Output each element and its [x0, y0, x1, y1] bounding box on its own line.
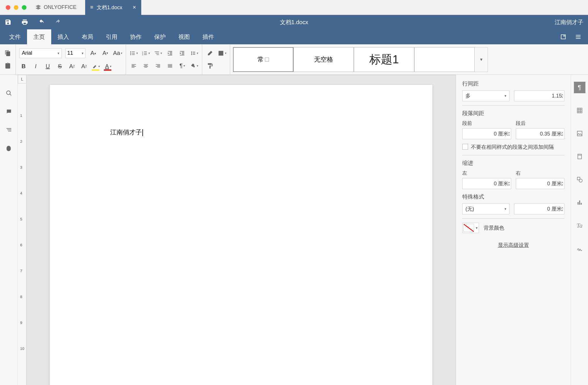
bgcolor-label: 背景颜色: [484, 224, 504, 231]
redo-icon[interactable]: [55, 19, 62, 26]
chart-settings-icon[interactable]: [574, 197, 585, 208]
feedback-icon[interactable]: [5, 144, 13, 153]
font-color-icon[interactable]: A: [104, 62, 112, 71]
strike-icon[interactable]: S: [56, 62, 64, 71]
header-title: 文档1.docx: [280, 18, 308, 26]
align-center-icon[interactable]: [142, 62, 150, 70]
eraser-icon[interactable]: [206, 49, 214, 58]
spacing-before[interactable]: 0 厘米▴▾: [462, 128, 511, 139]
menu-file[interactable]: 文件: [3, 29, 27, 44]
document-text: 江南俏才子: [110, 129, 142, 136]
special-value[interactable]: 0 厘米▴▾: [514, 203, 564, 214]
undo-icon[interactable]: [38, 19, 45, 26]
format-painter-icon[interactable]: [206, 62, 214, 70]
menu-plugins[interactable]: 插件: [196, 29, 220, 44]
menubar: 文件 主页 插入 布局 引用 协作 保护 视图 插件: [0, 29, 588, 44]
advanced-settings-link[interactable]: 显示高级设置: [462, 242, 564, 249]
close-window-icon[interactable]: [6, 5, 10, 10]
subscript-icon[interactable]: A2: [80, 62, 88, 71]
headings-icon[interactable]: [5, 126, 13, 134]
page[interactable]: 江南俏才子: [50, 85, 432, 385]
style-more[interactable]: [414, 47, 475, 72]
style-normal[interactable]: 常: [233, 47, 293, 72]
after-label: 段后: [516, 120, 565, 127]
search-icon[interactable]: [5, 89, 13, 97]
open-location-icon[interactable]: [560, 33, 567, 40]
menu-references[interactable]: 引用: [100, 29, 124, 44]
dec-indent-icon[interactable]: [166, 49, 174, 58]
clear-format-icon[interactable]: [218, 49, 226, 58]
svg-point-2: [130, 53, 131, 54]
svg-rect-13: [156, 53, 159, 54]
align-left-icon[interactable]: [129, 62, 138, 70]
more-icon[interactable]: [575, 33, 582, 40]
font-size-select[interactable]: 11▾: [65, 48, 85, 58]
paragraph-settings-icon[interactable]: ¶: [574, 82, 585, 93]
align-right-icon[interactable]: [154, 62, 162, 70]
menu-collab[interactable]: 协作: [124, 29, 148, 44]
line-spacing-mode[interactable]: 多▾: [462, 90, 509, 101]
menu-home[interactable]: 主页: [27, 29, 51, 44]
highlight-icon[interactable]: [92, 62, 100, 71]
app-name: ONLYOFFICE: [44, 4, 77, 10]
shape-settings-icon[interactable]: [574, 174, 585, 185]
image-settings-icon[interactable]: [574, 128, 585, 139]
italic-icon[interactable]: I: [31, 62, 40, 71]
shading-icon[interactable]: [190, 62, 198, 70]
horizontal-ruler[interactable]: 2···1······1···2···3···4···5···6···7···8…: [26, 75, 456, 75]
signature-icon[interactable]: [574, 243, 585, 254]
indent-left-label: 左: [462, 170, 511, 176]
vertical-ruler[interactable]: 12345678910: [18, 75, 26, 385]
svg-point-19: [579, 179, 582, 182]
spacing-after[interactable]: 0.35 厘米▴▾: [516, 128, 565, 139]
header-footer-icon[interactable]: [574, 151, 585, 162]
copy-icon[interactable]: [3, 49, 12, 58]
dec-font-icon[interactable]: A▾: [101, 49, 110, 58]
save-icon[interactable]: [5, 19, 12, 26]
svg-rect-1: [132, 52, 135, 52]
print-icon[interactable]: [21, 19, 28, 26]
comments-icon[interactable]: [5, 108, 13, 116]
svg-point-0: [130, 51, 131, 52]
svg-point-4: [130, 54, 131, 55]
line-spacing-icon[interactable]: [190, 49, 198, 58]
multilevel-icon[interactable]: [154, 49, 162, 58]
style-heading1[interactable]: 标题1: [354, 47, 414, 72]
underline-icon[interactable]: U: [43, 62, 52, 71]
textart-settings-icon[interactable]: Ta: [574, 220, 585, 231]
minimize-window-icon[interactable]: [14, 5, 18, 10]
table-settings-icon[interactable]: [574, 105, 585, 116]
inc-font-icon[interactable]: A▴: [89, 49, 98, 58]
menu-insert[interactable]: 插入: [51, 29, 75, 44]
document-tab[interactable]: ≡ 文档1.docx ×: [85, 0, 141, 15]
justify-icon[interactable]: [166, 62, 174, 70]
superscript-icon[interactable]: A2: [68, 62, 76, 71]
indent-right[interactable]: 0 厘米▴▾: [516, 178, 565, 189]
app-tab[interactable]: ONLYOFFICE: [26, 0, 85, 15]
font-name-select[interactable]: Arial▾: [19, 48, 62, 58]
bold-icon[interactable]: B: [19, 62, 28, 71]
svg-rect-12: [155, 52, 159, 52]
menu-layout[interactable]: 布局: [75, 29, 100, 44]
close-tab-icon[interactable]: ×: [133, 4, 136, 11]
left-sidebar: [0, 75, 18, 385]
inc-indent-icon[interactable]: [178, 49, 186, 58]
special-mode[interactable]: (无)▾: [462, 203, 509, 214]
pilcrow-icon[interactable]: ¶: [178, 62, 186, 70]
bullets-icon[interactable]: [129, 49, 138, 58]
user-name[interactable]: 江南俏才子: [555, 18, 583, 26]
bgcolor-swatch[interactable]: ▾: [462, 223, 479, 233]
change-case-icon[interactable]: Aa: [113, 49, 122, 58]
line-spacing-value[interactable]: 1.15▴▾: [514, 90, 564, 101]
no-gap-checkbox[interactable]: 不要在相同样式的段落之间添加间隔: [462, 143, 564, 151]
paste-icon[interactable]: [3, 62, 12, 70]
menu-protect[interactable]: 保护: [148, 29, 172, 44]
style-nospace[interactable]: 无空格: [293, 47, 354, 72]
menu-view[interactable]: 视图: [172, 29, 196, 44]
text-caret: [142, 129, 143, 136]
indent-left[interactable]: 0 厘米▴▾: [462, 178, 511, 189]
maximize-window-icon[interactable]: [22, 5, 26, 10]
numbering-icon[interactable]: 123: [142, 49, 150, 58]
style-expand-icon[interactable]: ▾: [475, 47, 488, 72]
line-spacing-title: 行间距: [462, 80, 564, 87]
